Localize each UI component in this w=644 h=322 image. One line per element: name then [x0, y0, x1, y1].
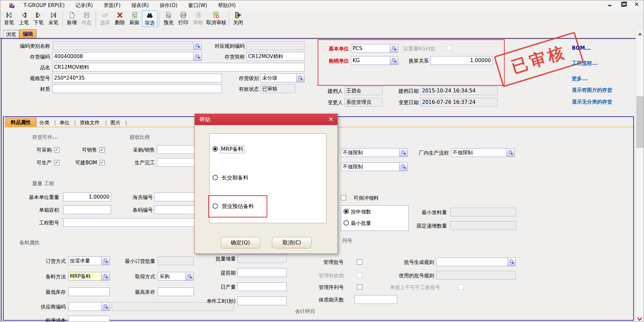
dialog-title-bar[interactable]: 帮助 [195, 114, 337, 125]
lookup-icon[interactable] [101, 272, 109, 280]
scroll-up-icon[interactable] [638, 33, 642, 35]
preview-button[interactable]: 预览 [161, 10, 176, 26]
max-stock-field[interactable] [158, 287, 194, 296]
by-apply-radio[interactable] [343, 209, 349, 214]
print-button[interactable]: 打印 [176, 10, 191, 26]
tab-browse[interactable]: 浏览 [3, 30, 19, 38]
lookup-icon[interactable] [296, 74, 304, 82]
mrp-backup-label[interactable]: MRP备料 [220, 146, 244, 153]
menu-item-record[interactable]: 记录(R) [70, 1, 98, 10]
cancel-audit-button[interactable]: 取消审核 [205, 10, 227, 26]
can-purchase-checkbox[interactable] [54, 147, 59, 153]
tab-qualification-files[interactable]: 资格文件 [80, 120, 105, 126]
scroll-down-red-icon[interactable] [637, 317, 643, 322]
long-lead-backup-radio[interactable] [213, 175, 218, 180]
refresh-button[interactable]: 刷新 [127, 10, 142, 26]
restore-button[interactable] [621, 2, 626, 7]
menu-item-operate[interactable]: 操作(O) [154, 1, 183, 10]
lookup-icon[interactable] [193, 52, 201, 61]
tab-units[interactable]: 单位 [59, 120, 74, 126]
process-flow-link[interactable]: 工艺流程... [572, 60, 598, 67]
rule-code-field[interactable] [246, 41, 305, 50]
lookup-icon[interactable] [506, 149, 514, 157]
lookup-icon[interactable] [390, 56, 398, 65]
mrp-backup-radio[interactable] [213, 146, 218, 152]
lookup-icon[interactable] [399, 163, 407, 171]
last-record-button[interactable]: 末笔 [46, 10, 61, 26]
lead-time-field[interactable] [237, 268, 287, 277]
can-produce-checkbox[interactable] [54, 160, 59, 165]
item-level-field[interactable]: 未分级 [261, 74, 305, 82]
menu-item-report[interactable]: 报表(R) [126, 1, 154, 10]
modify-date-field: 2016-07-26 16:37:24 [420, 98, 498, 107]
new-button[interactable]: 新增 [64, 10, 79, 26]
limit-field-2[interactable]: 不做限制 [341, 162, 408, 171]
vertical-scrollbar[interactable] [636, 31, 644, 322]
filter-button[interactable]: 筛选 [142, 10, 157, 27]
lookup-icon[interactable] [390, 44, 398, 52]
trade-unit-field[interactable]: KG [351, 56, 398, 65]
supplier-code-field[interactable] [68, 302, 110, 311]
preview-icon [165, 11, 172, 19]
conversion-label: 换算关系 [400, 58, 429, 64]
prev-record-button[interactable]: 上笔 [16, 10, 31, 26]
show-unclassified-link[interactable]: 显示无分类的存货 [572, 99, 612, 105]
base-unit-weight-field[interactable]: 1.00000 [63, 193, 111, 201]
backflush-checkbox[interactable] [341, 195, 346, 200]
no-manual-batch-label: 单据上不可手工改批号 [390, 284, 457, 291]
more-link[interactable]: 更多... [572, 76, 588, 82]
std-cost-field[interactable] [68, 316, 110, 322]
min-stock-field[interactable] [68, 287, 110, 296]
can-bom-checkbox[interactable] [99, 160, 105, 165]
manage-serial-checkbox[interactable] [357, 284, 362, 290]
can-sell-checkbox[interactable] [99, 147, 105, 153]
item-name-field[interactable]: CR12MOV精料 [52, 63, 305, 72]
delete-button[interactable]: 删除 [112, 10, 127, 26]
item-short-name-field[interactable]: CR12MOV精料 [246, 52, 305, 61]
lookup-icon[interactable] [507, 258, 515, 266]
show-with-image-link[interactable]: 显示有图片的存货 [572, 87, 612, 93]
lookup-icon[interactable] [399, 149, 407, 157]
batch-rule-field[interactable] [436, 257, 516, 266]
tab-classification[interactable]: 分类 [39, 120, 54, 126]
factory-flow-field[interactable]: 不做限制 [451, 148, 515, 157]
long-lead-backup-label[interactable]: 长交期备料 [222, 174, 248, 182]
menu-item-ui[interactable]: 界面(F) [98, 1, 126, 10]
first-record-button[interactable]: 首笔 [2, 10, 16, 26]
acquire-mode-field[interactable]: 采购 [158, 272, 194, 281]
minimize-button[interactable] [607, 2, 613, 7]
menu-item-app[interactable]: T-GROUP ERP(E) [18, 1, 70, 10]
spec-field[interactable]: 250*240*35 [52, 74, 222, 82]
box-volume-field[interactable] [63, 205, 111, 214]
conversion-field[interactable]: 1.00000 [430, 56, 493, 65]
daily-output-field[interactable] [237, 282, 287, 291]
shelf-days-field[interactable] [355, 295, 397, 304]
lookup-icon[interactable] [185, 272, 193, 280]
tab-item-attributes[interactable]: 料品属性 [5, 118, 37, 127]
dialog-close-icon[interactable]: ✕ [328, 116, 333, 123]
dialog-ok-button[interactable]: 确定(Q) [221, 237, 260, 248]
tab-edit[interactable]: 编辑 [19, 29, 37, 38]
limit-field-1[interactable]: 不做限制 [341, 148, 408, 157]
next-record-button[interactable]: 下笔 [31, 10, 46, 26]
lookup-icon[interactable] [101, 303, 109, 311]
unit-hours-field[interactable] [237, 296, 287, 305]
material-field[interactable] [52, 84, 222, 93]
manage-batch-checkbox[interactable] [357, 259, 362, 265]
menu-item-help[interactable]: 帮助(H) [213, 1, 241, 10]
base-unit-field[interactable]: PCS [351, 44, 398, 53]
backup-method-field[interactable]: MRP备料 [68, 272, 110, 281]
item-code-field[interactable]: 400400008 [52, 52, 202, 61]
menu-item-window[interactable]: 窗口(W) [183, 1, 213, 10]
scrollbar-thumb[interactable] [637, 96, 643, 148]
dialog-cancel-button[interactable]: 取消(C) [272, 237, 312, 248]
order-mode-field[interactable]: 按需求量 [68, 256, 110, 265]
lookup-icon[interactable] [193, 42, 201, 50]
lookup-icon[interactable] [101, 257, 109, 265]
close-window-button[interactable]: ✕ [634, 2, 640, 7]
bom-link[interactable]: BOM... [572, 45, 591, 51]
close-form-button[interactable]: 关闭 [231, 10, 245, 26]
tab-images[interactable]: 图片 [110, 120, 125, 126]
min-batch-radio[interactable] [343, 220, 349, 226]
coding-category-field[interactable] [52, 41, 202, 50]
